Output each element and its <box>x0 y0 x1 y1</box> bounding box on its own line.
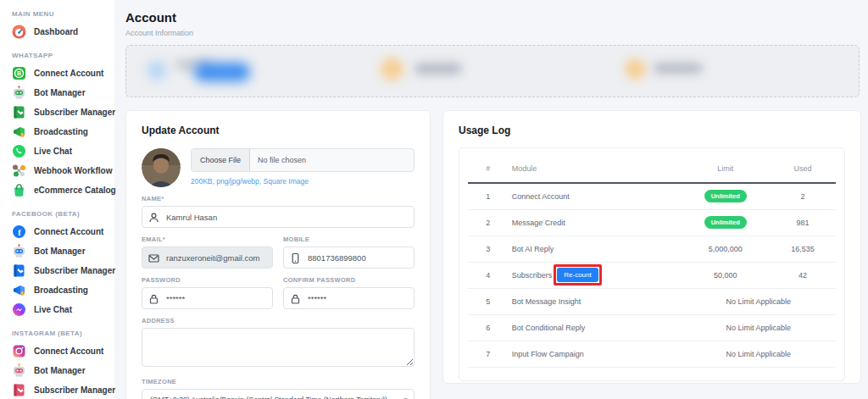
section-header-facebook: FACEBOOK (BETA) <box>12 210 103 218</box>
column-header-num: # <box>468 157 509 183</box>
sidebar-item-fb-subscriber-manager[interactable]: Subscriber Manager <box>0 261 114 280</box>
row-module: Bot Conditional Reply <box>509 314 682 341</box>
row-limit: No Limit Applicable <box>682 341 836 367</box>
lock-icon <box>148 293 159 304</box>
whatsapp-icon <box>12 144 26 158</box>
plan-info-banner-blurred <box>125 45 860 97</box>
table-row: 4 Subscribers Re-count 50,000 42 <box>468 262 836 288</box>
sidebar-item-fb-live-chat[interactable]: Live Chat <box>0 300 114 319</box>
password-label: PASSWORD <box>142 276 273 284</box>
contact-book-icon <box>12 383 26 397</box>
robot-icon <box>12 363 26 378</box>
row-limit: No Limit Applicable <box>682 288 836 314</box>
row-used: 42 <box>770 262 836 288</box>
row-limit: Unlimited <box>682 209 770 236</box>
name-field[interactable] <box>142 206 415 228</box>
messenger-icon <box>12 302 26 317</box>
row-used: 981 <box>770 209 836 236</box>
email-label: EMAIL* <box>142 236 273 243</box>
section-header-main-menu: MAIN MENU <box>12 10 103 18</box>
blurred-blob <box>381 58 403 80</box>
sidebar-item-label: Bot Manager <box>34 88 86 97</box>
recount-button[interactable]: Re-count <box>557 268 598 282</box>
sidebar-item-wa-live-chat[interactable]: Live Chat <box>0 141 114 161</box>
sidebar-item-wa-broadcasting[interactable]: ! Broadcasting <box>0 122 114 141</box>
sidebar-item-ig-subscriber-manager[interactable]: Subscriber Manager <box>0 380 114 399</box>
sidebar-item-label: Broadcasting <box>34 127 88 136</box>
usage-log-table: # Module Limit Used 1 Connect Account Un… <box>468 157 836 368</box>
confirm-password-label: CONFIRM PASSWORD <box>283 276 415 284</box>
sidebar-item-label: Broadcasting <box>34 285 88 295</box>
sidebar-item-fb-bot-manager[interactable]: Bot Manager <box>0 241 114 261</box>
column-header-limit: Limit <box>682 157 770 183</box>
timezone-selected-value: (GMT+9:30) Australia/Darwin (Central Sta… <box>150 396 387 399</box>
mobile-label: MOBILE <box>283 236 415 243</box>
sidebar-item-label: Connect Account <box>34 227 103 236</box>
table-row: 1 Connect Account Unlimited 2 <box>468 183 836 209</box>
profile-avatar <box>142 148 181 187</box>
workflow-nodes-icon <box>12 163 26 178</box>
avatar-file-input[interactable]: Choose File No file chosen <box>191 148 415 172</box>
instagram-icon <box>12 344 26 358</box>
address-label: ADDRESS <box>142 317 415 324</box>
timezone-select[interactable]: (GMT+9:30) Australia/Darwin (Central Sta… <box>142 389 415 399</box>
sidebar-item-wa-connect-account[interactable]: B Connect Account <box>0 64 114 83</box>
sidebar-item-dashboard[interactable]: Dashboard <box>0 22 114 42</box>
sidebar-item-wa-bot-manager[interactable]: Bot Manager <box>0 83 114 103</box>
row-limit: 50,000 <box>682 262 770 288</box>
svg-text:!: ! <box>22 291 23 296</box>
sidebar-item-ig-bot-manager[interactable]: Bot Manager <box>0 361 114 380</box>
sidebar-item-label: Bot Manager <box>34 366 86 375</box>
contact-book-icon <box>12 263 26 278</box>
sidebar-item-fb-connect-account[interactable]: f Connect Account <box>0 222 114 241</box>
usage-log-card: Usage Log # Module Limit Used 1 <box>442 110 861 384</box>
mobile-field[interactable] <box>283 247 415 269</box>
row-module-label: Subscribers <box>512 271 553 280</box>
confirm-password-field[interactable] <box>283 287 415 309</box>
unlimited-badge: Unlimited <box>704 190 747 202</box>
red-highlight-annotation: Re-count <box>554 264 601 285</box>
row-used: 16,535 <box>770 236 836 262</box>
section-header-instagram: INSTAGRAM (BETA) <box>12 330 103 337</box>
sidebar: MAIN MENU Dashboard WHATSAPP B Connect A… <box>0 0 114 399</box>
sidebar-item-label: Dashboard <box>34 27 78 36</box>
usage-log-title: Usage Log <box>459 125 845 136</box>
column-header-module: Module <box>509 157 682 183</box>
sidebar-item-wa-ecommerce-catalog[interactable]: eCommerce Catalog <box>0 180 114 200</box>
address-field[interactable] <box>142 328 415 367</box>
password-field[interactable] <box>142 287 273 309</box>
table-row: 7 Input Flow Campaign No Limit Applicabl… <box>468 341 836 367</box>
sidebar-item-label: Subscriber Manager <box>34 108 115 117</box>
row-num: 6 <box>468 314 509 341</box>
sidebar-item-wa-subscriber-manager[interactable]: Subscriber Manager <box>0 103 114 122</box>
contact-book-icon <box>12 105 26 119</box>
row-num: 1 <box>468 183 509 209</box>
page-subtitle: Account Information <box>125 29 861 37</box>
row-limit: 5,000,000 <box>682 236 770 262</box>
row-used: 2 <box>770 183 836 209</box>
megaphone-icon: ! <box>12 125 26 139</box>
table-row: 6 Bot Conditional Reply No Limit Applica… <box>468 314 836 341</box>
row-module: Message Credit <box>509 209 682 236</box>
row-module: Connect Account <box>509 183 682 209</box>
choose-file-button[interactable]: Choose File <box>192 149 250 171</box>
sidebar-item-ig-connect-account[interactable]: Connect Account <box>0 341 114 361</box>
sidebar-item-label: Connect Account <box>34 69 103 78</box>
unlimited-badge: Unlimited <box>704 216 747 229</box>
sidebar-item-label: eCommerce Catalog <box>34 186 116 195</box>
sidebar-item-fb-broadcasting[interactable]: ! Broadcasting <box>0 280 114 300</box>
facebook-icon: f <box>12 224 26 239</box>
sidebar-item-wa-webhook-workflow[interactable]: Webhook Workflow <box>0 161 114 180</box>
usage-log-table-container: # Module Limit Used 1 Connect Account Un… <box>459 147 845 381</box>
email-field[interactable] <box>142 247 273 269</box>
sidebar-item-label: Subscriber Manager <box>34 266 115 275</box>
row-module: Bot Message Insight <box>509 288 682 314</box>
svg-text:!: ! <box>22 133 23 137</box>
robot-icon <box>12 244 26 258</box>
blurred-blob <box>654 63 703 74</box>
sidebar-item-label: Webhook Workflow <box>34 166 112 175</box>
sidebar-item-label: Live Chat <box>34 305 72 314</box>
row-module: Subscribers Re-count <box>509 262 682 288</box>
envelope-icon <box>148 252 159 263</box>
row-num: 4 <box>468 262 509 288</box>
